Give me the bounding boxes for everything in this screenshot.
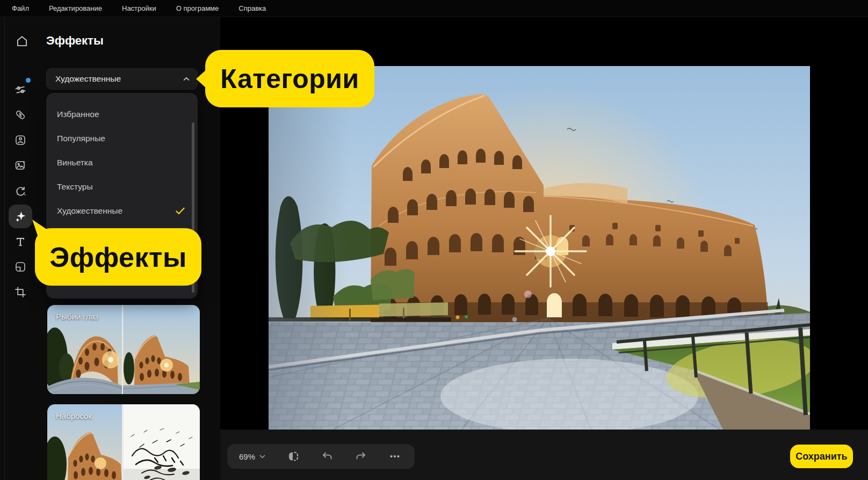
compare-before-after-button[interactable] [287, 450, 299, 462]
ellipsis-icon [389, 450, 401, 462]
change-background-icon [14, 159, 27, 172]
home-button[interactable] [13, 32, 31, 50]
home-icon [15, 34, 29, 48]
sidebar-item-restore[interactable] [9, 179, 32, 203]
menu-edit[interactable]: Редактирование [49, 4, 102, 12]
menu-help[interactable]: Справка [238, 4, 266, 12]
category-dropdown[interactable]: Художественные [46, 68, 198, 90]
status-bar: 69% [220, 430, 868, 480]
page-title: Эффекты [46, 34, 104, 48]
menu-bar: Файл Редактирование Настройки О программ… [0, 0, 868, 17]
category-option-textures[interactable]: Текстуры [46, 174, 198, 199]
redo-icon [355, 450, 367, 462]
chevron-down-icon [259, 455, 265, 459]
category-option-artistic[interactable]: Художественные [46, 199, 198, 223]
effect-name: Рыбий глаз [56, 312, 98, 321]
category-selected-value: Художественные [55, 74, 121, 84]
retouch-icon [14, 108, 27, 121]
more-options-button[interactable] [389, 450, 401, 462]
sidebar-item-crop[interactable] [9, 280, 32, 304]
callout-categories: Категории [205, 50, 374, 107]
zoom-value: 69% [239, 452, 255, 461]
collage-icon [14, 260, 27, 273]
callout-effects: Эффекты [35, 228, 201, 286]
menu-about[interactable]: О программе [176, 4, 219, 12]
window-edge-line [4, 17, 5, 480]
effect-name: Набросок [56, 411, 92, 420]
menu-file[interactable]: Файл [12, 4, 29, 12]
zoom-control[interactable]: 69% [239, 452, 265, 461]
undo-icon [321, 450, 333, 462]
photo-editor-window: Файл Редактирование Настройки О программ… [0, 0, 868, 480]
sidebar-item-effects[interactable] [9, 205, 32, 228]
compare-icon [287, 450, 299, 462]
restore-icon [14, 185, 27, 198]
undo-button[interactable] [321, 450, 333, 462]
category-option-popular[interactable]: Популярные [46, 126, 198, 150]
category-option-vignette[interactable]: Виньетка [46, 150, 198, 174]
portrait-icon [14, 134, 27, 147]
chevron-up-icon [183, 77, 190, 81]
sidebar-item-portrait[interactable] [9, 128, 32, 152]
view-toolbar: 69% [227, 444, 415, 469]
text-icon [14, 235, 27, 248]
sidebar-item-change-background[interactable] [9, 154, 32, 177]
crop-icon [14, 286, 27, 299]
new-feature-badge [26, 78, 31, 83]
effects-icon [14, 210, 27, 223]
check-icon [176, 207, 185, 215]
sidebar-item-text[interactable] [9, 230, 32, 253]
category-option-favorites[interactable]: Избранное [46, 102, 198, 126]
redo-button[interactable] [355, 450, 367, 462]
sidebar-item-adjustments[interactable] [9, 78, 32, 101]
save-button[interactable]: Сохранить [790, 445, 853, 468]
adjustments-icon [12, 82, 28, 97]
menu-settings[interactable]: Настройки [122, 4, 156, 12]
sidebar-item-collage[interactable] [9, 255, 32, 279]
callout-tail [196, 69, 207, 89]
effect-thumbnail-sketch[interactable]: Набросок [47, 404, 200, 480]
effect-thumbnail-fisheye[interactable]: Рыбий глаз [47, 305, 200, 394]
sidebar-item-retouch[interactable] [9, 103, 32, 127]
canvas-photo [269, 66, 810, 430]
